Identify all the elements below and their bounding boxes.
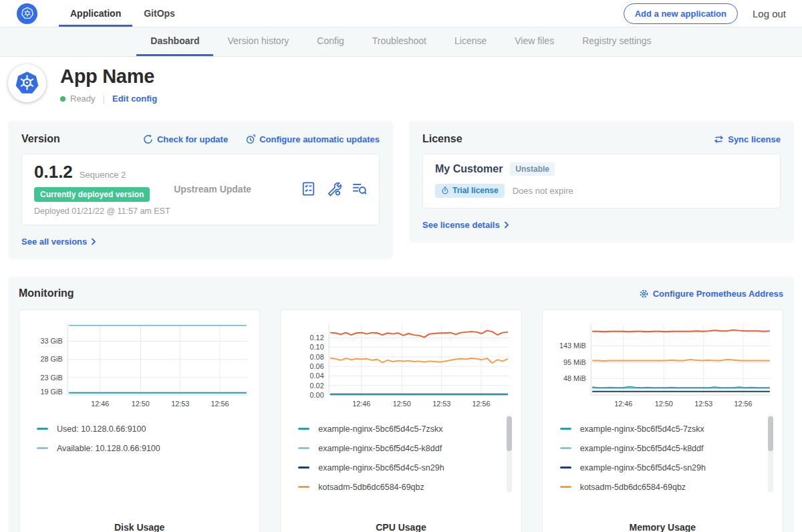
memory-usage-chart: 48 MiB95 MiB143 MiB12:4612:5012:5312:56: [549, 318, 776, 412]
app-tab-bar: Dashboard Version history Config Trouble…: [0, 27, 802, 57]
monitoring-section: Monitoring Configure Prometheus Address …: [8, 277, 794, 532]
legend-item: Used: 10.128.0.66:9100: [37, 419, 253, 438]
svg-text:12:53: 12:53: [694, 400, 712, 408]
gear-icon: [639, 289, 649, 299]
legend-dash: [560, 486, 571, 488]
stopwatch-icon: [441, 186, 449, 194]
chart-title: CPU Usage: [287, 517, 514, 532]
check-for-update-link[interactable]: Check for update: [143, 134, 228, 144]
add-application-button[interactable]: Add a new application: [624, 3, 738, 24]
chart-title: Disk Usage: [26, 517, 253, 532]
tab-version-history[interactable]: Version history: [213, 27, 303, 56]
cpu-usage-chart: 0.000.020.040.060.080.100.1212:4612:5012…: [287, 318, 514, 412]
preflight-checks-icon[interactable]: [301, 181, 316, 196]
ready-status-label: Ready: [70, 94, 96, 104]
tab-view-files[interactable]: View files: [501, 27, 568, 56]
svg-text:12:56: 12:56: [211, 400, 229, 408]
nav-item-gitops[interactable]: GitOps: [132, 0, 186, 27]
memory-usage-legend: example-nginx-5bc6f5d4c5-7zskx example-n…: [549, 412, 776, 517]
legend-item: example-nginx-5bc6f5d4c5-k8ddf: [298, 438, 514, 458]
svg-text:0.06: 0.06: [310, 362, 324, 370]
svg-text:12:46: 12:46: [91, 400, 109, 408]
nav-item-application-label: Application: [70, 8, 121, 19]
legend-label: kotsadm-5db6dc6584-69qbz: [318, 483, 424, 492]
logout-button[interactable]: Log out: [753, 8, 786, 19]
legend-dash: [560, 467, 571, 469]
configure-prometheus-label: Configure Prometheus Address: [653, 289, 783, 299]
top-nav-items: Application GitOps: [59, 0, 186, 27]
memory-usage-card: 48 MiB95 MiB143 MiB12:4612:5012:5312:56 …: [542, 309, 783, 532]
tab-config[interactable]: Config: [303, 27, 358, 56]
expiry-text: Does not expire: [513, 186, 573, 196]
version-card: Version Check for update: [8, 121, 393, 259]
edit-config-link[interactable]: Edit config: [112, 94, 157, 104]
trial-license-label: Trial license: [452, 186, 499, 195]
legend-label: example-nginx-5bc6f5d4c5-7zskx: [580, 424, 704, 434]
legend-dash: [298, 447, 309, 449]
tab-troubleshoot[interactable]: Troubleshoot: [358, 27, 440, 56]
svg-text:0.12: 0.12: [310, 334, 324, 342]
ready-status-dot: [60, 96, 65, 102]
see-license-details-label: See license details: [422, 220, 500, 230]
svg-text:12:53: 12:53: [171, 400, 189, 408]
refresh-icon: [143, 134, 153, 144]
see-all-versions-link[interactable]: See all versions: [21, 237, 96, 247]
svg-text:0.04: 0.04: [310, 372, 324, 380]
legend-dash: [37, 428, 48, 430]
version-number: 0.1.2: [34, 162, 73, 182]
config-wrench-icon[interactable]: [326, 181, 342, 196]
tab-registry-settings[interactable]: Registry settings: [568, 27, 665, 56]
sequence-label: Sequence 2: [80, 170, 126, 180]
configure-prometheus-link[interactable]: Configure Prometheus Address: [639, 289, 783, 299]
configure-automatic-updates-link[interactable]: Configure automatic updates: [245, 134, 380, 144]
cpu-usage-legend: example-nginx-5bc6f5d4c5-7zskx example-n…: [287, 412, 514, 517]
legend-scrollbar-thumb[interactable]: [768, 416, 773, 451]
see-all-versions-label: See all versions: [21, 237, 87, 247]
legend-label: example-nginx-5bc6f5d4c5-k8ddf: [318, 444, 442, 453]
legend-item: example-nginx-5bc6f5d4c5-k8ddf: [560, 438, 776, 458]
page-title: App Name: [60, 65, 157, 88]
svg-text:12:50: 12:50: [393, 400, 411, 408]
sync-license-link[interactable]: Sync license: [714, 134, 781, 144]
legend-item: example-nginx-5bc6f5d4c5-sn29h: [560, 458, 776, 477]
customer-name: My Customer: [435, 163, 503, 175]
legend-dash: [298, 428, 309, 430]
legend-scrollbar[interactable]: [507, 415, 512, 493]
chart-title: Memory Usage: [549, 517, 776, 532]
check-for-update-label: Check for update: [157, 134, 228, 144]
tab-dashboard[interactable]: Dashboard: [136, 27, 213, 56]
svg-text:0.00: 0.00: [310, 391, 324, 399]
svg-text:12:46: 12:46: [614, 400, 632, 408]
see-license-details-link[interactable]: See license details: [422, 220, 509, 230]
license-card: License Sync license My Customer Unstabl…: [409, 121, 794, 243]
disk-usage-chart: 19 GiB23 GiB28 GiB33 GiB12:4612:5012:531…: [26, 318, 253, 412]
legend-scrollbar-thumb[interactable]: [507, 416, 512, 451]
nav-item-gitops-label: GitOps: [144, 8, 175, 19]
legend-dash: [298, 467, 309, 469]
status-divider: |: [103, 94, 105, 104]
legend-label: Used: 10.128.0.66:9100: [57, 424, 146, 434]
legend-scrollbar[interactable]: [768, 415, 773, 493]
svg-text:12:46: 12:46: [353, 400, 371, 408]
legend-item: kotsadm-5db6dc6584-69qbz: [298, 477, 514, 497]
deploy-logs-icon[interactable]: [352, 181, 367, 196]
legend-item: example-nginx-5bc6f5d4c5-7zskx: [298, 419, 514, 438]
disk-usage-legend: Used: 10.128.0.66:9100 Available: 10.128…: [26, 412, 253, 517]
svg-text:0.08: 0.08: [310, 353, 324, 361]
tab-license[interactable]: License: [440, 27, 501, 56]
svg-text:12:53: 12:53: [433, 400, 451, 408]
current-version-card: 0.1.2 Sequence 2 Currently deployed vers…: [21, 154, 380, 225]
disk-usage-card: 19 GiB23 GiB28 GiB33 GiB12:4612:5012:531…: [19, 309, 260, 532]
license-details-card: My Customer Unstable Trial license: [422, 154, 781, 209]
legend-dash: [298, 486, 309, 488]
nav-item-application[interactable]: Application: [59, 0, 132, 27]
version-card-title: Version: [21, 133, 60, 145]
legend-item: example-nginx-5bc6f5d4c5-7zskx: [560, 419, 776, 438]
svg-text:19 GiB: 19 GiB: [41, 388, 63, 396]
svg-text:12:56: 12:56: [473, 400, 491, 408]
svg-text:33 GiB: 33 GiB: [41, 337, 63, 345]
top-nav: Application GitOps Add a new application…: [0, 0, 802, 27]
currently-deployed-badge: Currently deployed version: [34, 187, 150, 202]
legend-item: example-nginx-5bc6f5d4c5-sn29h: [298, 458, 514, 477]
svg-text:12:50: 12:50: [132, 400, 150, 408]
